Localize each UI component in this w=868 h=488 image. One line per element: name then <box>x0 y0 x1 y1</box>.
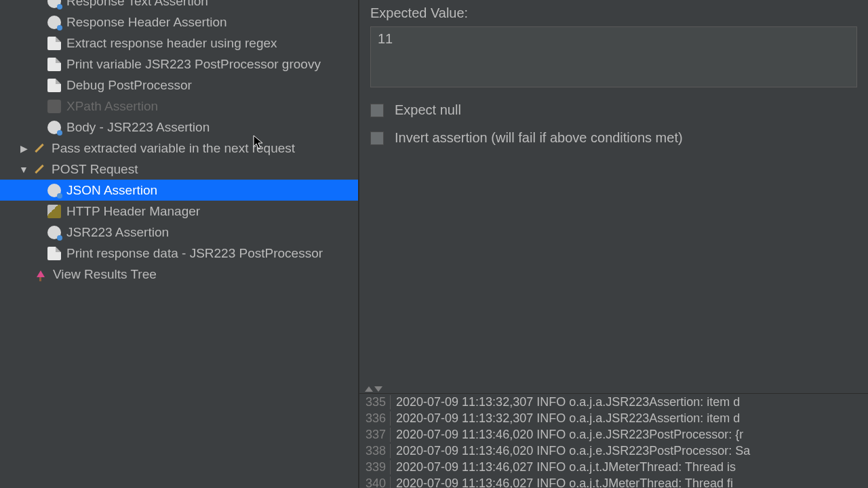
log-line-number: 335 <box>359 395 391 409</box>
collapse-up-icon <box>365 386 373 392</box>
log-panel: 3352020-07-09 11:13:32,307 INFO o.a.j.a.… <box>359 393 868 488</box>
log-line: 3352020-07-09 11:13:32,307 INFO o.a.j.a.… <box>359 394 868 410</box>
log-line-text: 2020-07-09 11:13:32,307 INFO o.a.j.a.JSR… <box>391 395 740 409</box>
tree-item-pass-extracted-variable-in-the[interactable]: ▶Pass extracted variable in the next req… <box>0 138 358 159</box>
tree-icon <box>34 268 47 281</box>
tree-item-label: POST Request <box>52 162 138 177</box>
paper-icon <box>47 58 61 71</box>
log-line: 3392020-07-09 11:13:46,027 INFO o.a.j.t.… <box>359 459 868 475</box>
tree-item-debug-postprocessor[interactable]: Debug PostProcessor <box>0 75 358 96</box>
tree-item-label: Response Header Assertion <box>66 15 227 30</box>
wrench-icon <box>47 205 61 218</box>
log-line-text: 2020-07-09 11:13:32,307 INFO o.a.j.a.JSR… <box>391 411 740 426</box>
assert-icon <box>47 0 61 8</box>
log-line-text: 2020-07-09 11:13:46,027 INFO o.a.j.t.JMe… <box>391 476 733 489</box>
log-line: 3402020-07-09 11:13:46,027 INFO o.a.j.t.… <box>359 475 868 488</box>
expect-null-checkbox[interactable] <box>370 104 384 117</box>
paper-icon <box>47 79 61 92</box>
tree-item-response-header-assertion[interactable]: Response Header Assertion <box>0 12 358 33</box>
assert-icon <box>47 121 61 134</box>
pen-icon <box>33 142 46 155</box>
assert-icon <box>47 226 61 239</box>
log-line-number: 340 <box>359 476 391 489</box>
tree-item-extract-response-header-using-[interactable]: Extract response header using regex <box>0 33 358 54</box>
paper-icon <box>47 247 61 260</box>
tree-item-label: Pass extracted variable in the next requ… <box>52 141 295 156</box>
tree-item-label: JSON Assertion <box>66 183 157 198</box>
tree-item-print-variable-jsr223-postproc[interactable]: Print variable JSR223 PostProcessor groo… <box>0 54 358 75</box>
log-line: 3382020-07-09 11:13:46,020 INFO o.a.j.e.… <box>359 443 868 459</box>
tree-item-label: Response Text Assertion <box>66 0 208 9</box>
tree-item-label: Print response data - JSR223 PostProcess… <box>66 246 323 261</box>
log-line: 3362020-07-09 11:13:32,307 INFO o.a.j.a.… <box>359 410 868 426</box>
tree-item-label: XPath Assertion <box>66 99 158 114</box>
log-line-text: 2020-07-09 11:13:46,020 INFO o.a.j.e.JSR… <box>391 444 750 458</box>
assert-disabled-icon <box>47 100 61 113</box>
tree-item-label: Extract response header using regex <box>66 36 277 51</box>
log-line-text: 2020-07-09 11:13:46,027 INFO o.a.j.t.JMe… <box>391 460 736 474</box>
expect-null-label: Expect null <box>395 102 461 118</box>
right-panel: Expected Value: Expect null Invert asser… <box>359 0 868 488</box>
collapse-down-icon <box>374 386 382 392</box>
tree-item-json-assertion[interactable]: JSON Assertion <box>0 180 358 201</box>
tree-item-label: Print variable JSR223 PostProcessor groo… <box>66 57 321 72</box>
invert-assertion-label: Invert assertion (will fail if above con… <box>395 130 683 146</box>
pen-icon <box>33 163 46 176</box>
horizontal-splitter[interactable] <box>359 385 868 393</box>
log-line-number: 339 <box>359 460 391 474</box>
tree-item-label: Body - JSR223 Assertion <box>66 120 210 135</box>
collapse-icon[interactable]: ▼ <box>18 163 30 176</box>
expand-icon[interactable]: ▶ <box>18 142 30 155</box>
tree-item-response-text-assertion[interactable]: Response Text Assertion <box>0 0 358 12</box>
log-line-number: 338 <box>359 444 391 458</box>
assert-icon <box>47 16 61 29</box>
invert-assertion-checkbox[interactable] <box>370 131 384 145</box>
tree-item-xpath-assertion[interactable]: XPath Assertion <box>0 96 358 117</box>
tree-item-http-header-manager[interactable]: HTTP Header Manager <box>0 201 358 222</box>
expected-value-label: Expected Value: <box>370 5 857 21</box>
paper-icon <box>47 37 61 50</box>
tree-item-print-response-data-jsr223-pos[interactable]: Print response data - JSR223 PostProcess… <box>0 243 358 264</box>
tree-item-body-jsr223-assertion[interactable]: Body - JSR223 Assertion <box>0 117 358 138</box>
tree-item-view-results-tree[interactable]: View Results Tree <box>0 264 358 285</box>
config-area: Expected Value: Expect null Invert asser… <box>359 0 868 385</box>
log-line: 3372020-07-09 11:13:46,020 INFO o.a.j.e.… <box>359 426 868 443</box>
tree-item-label: View Results Tree <box>53 267 157 282</box>
assert-icon <box>47 184 61 197</box>
log-line-number: 336 <box>359 411 391 426</box>
log-line-number: 337 <box>359 428 391 442</box>
tree-item-label: Debug PostProcessor <box>66 78 192 93</box>
log-line-text: 2020-07-09 11:13:46,020 INFO o.a.j.e.JSR… <box>391 428 743 442</box>
tree-item-jsr223-assertion[interactable]: JSR223 Assertion <box>0 222 358 243</box>
tree-panel: Response Text AssertionResponse Header A… <box>0 0 359 488</box>
expected-value-input[interactable] <box>370 26 857 87</box>
tree-item-post-request[interactable]: ▼POST Request <box>0 159 358 180</box>
tree-item-label: JSR223 Assertion <box>66 225 169 240</box>
tree-item-label: HTTP Header Manager <box>66 204 200 219</box>
